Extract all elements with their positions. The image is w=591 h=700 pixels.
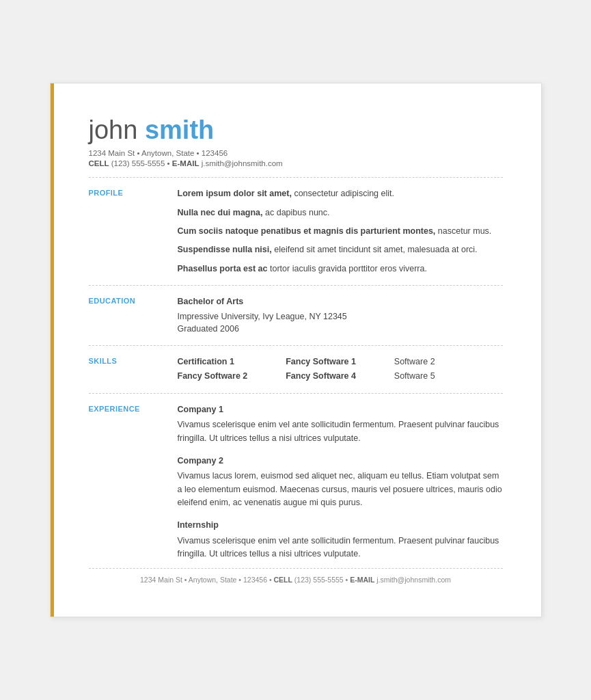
education-section: EDUCATION Bachelor of Arts Impressive Un… bbox=[89, 295, 503, 336]
profile-section: PROFILE Lorem ipsum dolor sit amet, cons… bbox=[89, 187, 503, 275]
footer-address: 1234 Main St • Anytown, State • 123456 bbox=[140, 576, 267, 584]
exp-desc-3: Vivamus scelerisque enim vel ante sollic… bbox=[178, 535, 503, 561]
full-name: john smith bbox=[89, 116, 503, 145]
profile-p1: Lorem ipsum dolor sit amet, consectetur … bbox=[178, 187, 503, 200]
resume-header: john smith 1234 Main St • Anytown, State… bbox=[89, 116, 503, 167]
cell-value: (123) 555-5555 bbox=[111, 159, 165, 167]
skill-6: Software 5 bbox=[394, 370, 503, 383]
exp-company-1: Company 1 bbox=[178, 403, 503, 416]
profile-label: PROFILE bbox=[89, 187, 178, 197]
profile-p2-bold: Nulla nec dui magna, bbox=[178, 208, 263, 217]
resume-footer: 1234 Main St • Anytown, State • 123456 •… bbox=[89, 568, 503, 584]
footer-cell: (123) 555-5555 bbox=[294, 576, 344, 584]
header-divider bbox=[89, 177, 503, 178]
profile-p2: Nulla nec dui magna, ac dapibus nunc. bbox=[178, 206, 503, 219]
exp-company-3: Internship bbox=[178, 519, 503, 532]
exp-desc-1: Vivamus scelerisque enim vel ante sollic… bbox=[178, 418, 503, 445]
profile-p5-bold: Phasellus porta est ac bbox=[178, 264, 268, 273]
profile-content: Lorem ipsum dolor sit amet, consectetur … bbox=[178, 187, 503, 275]
education-divider bbox=[89, 345, 503, 346]
email-label: E-MAIL bbox=[172, 159, 200, 167]
footer-sep1: • bbox=[269, 576, 274, 584]
edu-university: Impressive University, Ivy League, NY 12… bbox=[178, 310, 503, 323]
skills-divider bbox=[89, 393, 503, 394]
profile-p4-bold: Suspendisse nulla nisi, bbox=[178, 245, 272, 254]
education-content: Bachelor of Arts Impressive University, … bbox=[178, 295, 503, 336]
exp-company-2: Company 2 bbox=[178, 455, 503, 468]
cell-label: CELL bbox=[89, 159, 109, 167]
profile-divider bbox=[89, 285, 503, 286]
skills-label: SKILLS bbox=[89, 355, 178, 365]
contact-line: CELL (123) 555-5555 • E-MAIL j.smith@joh… bbox=[89, 159, 503, 167]
profile-p3: Cum sociis natoque penatibus et magnis d… bbox=[178, 225, 503, 238]
skill-3: Software 2 bbox=[394, 355, 503, 368]
profile-p4-rest: eleifend sit amet tincidunt sit amet, ma… bbox=[274, 245, 477, 254]
page-wrapper: john smith 1234 Main St • Anytown, State… bbox=[0, 0, 591, 700]
exp-desc-2: Vivamus lacus lorem, euismod sed aliquet… bbox=[178, 470, 503, 509]
skill-2: Fancy Software 1 bbox=[286, 355, 394, 368]
exp-block-1: Company 1 Vivamus scelerisque enim vel a… bbox=[178, 403, 503, 445]
skills-content: Certification 1 Fancy Software 1 Softwar… bbox=[178, 355, 503, 383]
footer-email: j.smith@johnsmith.com bbox=[376, 576, 451, 584]
resume-document: john smith 1234 Main St • Anytown, State… bbox=[50, 83, 542, 617]
footer-email-label: E-MAIL bbox=[350, 576, 374, 584]
first-name: john bbox=[89, 116, 138, 144]
last-name: smith bbox=[145, 116, 214, 144]
experience-section: EXPERIENCE Company 1 Vivamus scelerisque… bbox=[89, 403, 503, 561]
profile-p1-rest: consectetur adipiscing elit. bbox=[294, 189, 394, 198]
profile-p4: Suspendisse nulla nisi, eleifend sit ame… bbox=[178, 243, 503, 256]
profile-p2-rest: ac dapibus nunc. bbox=[265, 208, 330, 217]
footer-cell-label: CELL bbox=[274, 576, 292, 584]
exp-block-2: Company 2 Vivamus lacus lorem, euismod s… bbox=[178, 455, 503, 510]
address-line: 1234 Main St • Anytown, State • 123456 bbox=[89, 149, 503, 157]
profile-p5: Phasellus porta est ac tortor iaculis gr… bbox=[178, 262, 503, 275]
experience-content: Company 1 Vivamus scelerisque enim vel a… bbox=[178, 403, 503, 561]
skill-4: Fancy Software 2 bbox=[178, 370, 286, 383]
email-value: j.smith@johnsmith.com bbox=[202, 159, 283, 167]
experience-label: EXPERIENCE bbox=[89, 403, 178, 413]
profile-p3-rest: nascetur mus. bbox=[438, 226, 492, 236]
edu-degree: Bachelor of Arts bbox=[178, 295, 503, 308]
profile-p1-bold: Lorem ipsum dolor sit amet, bbox=[178, 189, 292, 198]
skills-grid: Certification 1 Fancy Software 1 Softwar… bbox=[178, 355, 503, 383]
profile-p3-bold: Cum sociis natoque penatibus et magnis d… bbox=[178, 226, 436, 236]
education-label: EDUCATION bbox=[89, 295, 178, 305]
separator: • bbox=[167, 159, 172, 167]
profile-p5-rest: tortor iaculis gravida porttitor eros vi… bbox=[270, 264, 427, 273]
exp-block-3: Internship Vivamus scelerisque enim vel … bbox=[178, 519, 503, 561]
skill-5: Fancy Software 4 bbox=[286, 370, 394, 383]
edu-graduated: Graduated 2006 bbox=[178, 323, 503, 336]
skill-1: Certification 1 bbox=[178, 355, 286, 368]
skills-section: SKILLS Certification 1 Fancy Software 1 … bbox=[89, 355, 503, 383]
